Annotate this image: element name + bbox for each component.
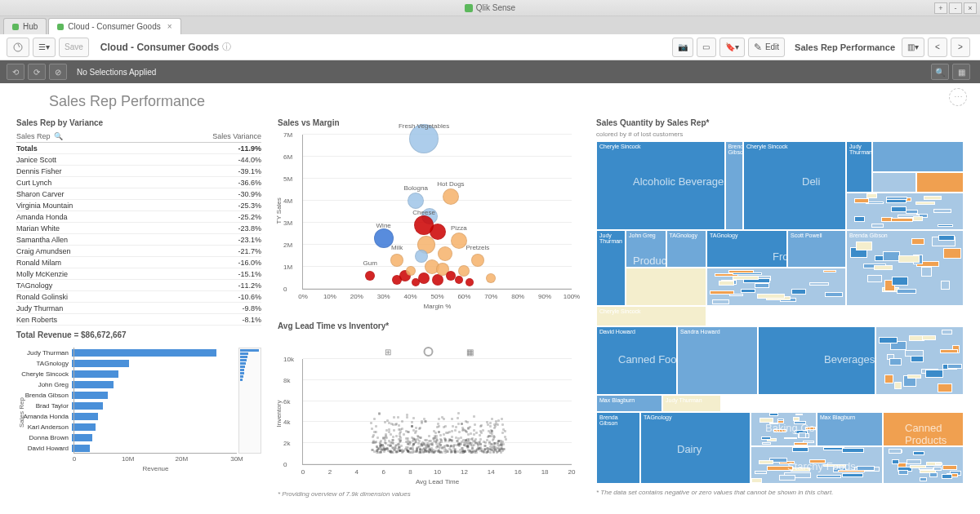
table-row[interactable]: Samantha Allen-23.1% [16,234,261,246]
table-row[interactable]: Amanda Honda-25.2% [16,211,261,223]
slider-knob[interactable] [424,347,434,357]
density-footnote: * Providing overview of 7.9k dimension v… [278,490,580,498]
tab-cloud-consumer-goods[interactable]: Cloud - Consumer Goods× [48,18,180,34]
prev-sheet-button[interactable]: < [928,38,947,57]
sheet-canvas: ⋯ Sales Rep Performance Sales Rep by Var… [0,83,980,514]
search-icon[interactable]: 🔍 [54,132,63,140]
present-button[interactable]: ▭ [697,38,716,57]
window-titlebar: Qlik Sense + - × [0,0,980,16]
table-row[interactable]: Molly McKenzie-15.1% [16,268,261,280]
treemap-subtitle: colored by # of lost customers [596,131,964,138]
grid-icon[interactable]: ⊞ [385,348,391,357]
selection-bar: ⟲ ⟳ ⊘ No Selections Applied 🔍 ▦ [0,60,980,83]
step-forward-button[interactable]: ⟳ [28,64,46,80]
bookmark-button[interactable]: 🔖▾ [719,38,745,57]
close-icon[interactable]: × [167,22,172,31]
table-row[interactable]: Virginia Mountain-25.3% [16,200,261,211]
page-title: Sales Rep Performance [49,93,964,110]
minichart[interactable] [238,348,261,454]
table-row[interactable]: Ronald Milam-16.0% [16,257,261,268]
menu-button[interactable]: ☰▾ [33,38,56,57]
window-close-button[interactable]: × [964,2,977,14]
insights-button[interactable]: ⋯ [949,88,967,106]
window-maximize-button[interactable]: + [934,2,947,14]
variance-table[interactable]: Sales Rep🔍 Sales Variance Totals-11.9% J… [16,131,261,326]
sales-qty-treemap[interactable]: Cheryle SincockAlcoholic BeveragesBrenda… [596,141,964,484]
table-row[interactable]: Ronald Golinski-10.6% [16,291,261,303]
table-row[interactable]: Sharon Carver-30.9% [16,188,261,200]
table-row[interactable]: Curt Lynch-36.6% [16,177,261,188]
table-row[interactable]: Dennis Fisher-39.1% [16,166,261,177]
app-toolbar: ☰▾ Save Cloud - Consumer Goods ⓘ 📷 ▭ 🔖▾ … [0,34,980,60]
info-icon[interactable]: ⓘ [222,41,231,53]
browser-tabbar: Hub Cloud - Consumer Goods× [0,16,980,34]
grid2-icon[interactable]: ▦ [466,348,474,357]
treemap-title: Sales Quantity by Sales Rep* [596,118,964,127]
density-title: Avg Lead Time vs Inventory* [278,321,580,330]
app-title: Qlik Sense [476,3,515,12]
tab-hub[interactable]: Hub [3,18,47,34]
table-row[interactable]: Judy Thurman-9.8% [16,303,261,314]
variance-table-title: Sales Rep by Variance [16,118,261,127]
search-button[interactable]: 🔍 [931,64,949,80]
sheet-name[interactable]: Sales Rep Performance [795,42,895,52]
app-breadcrumb: Cloud - Consumer Goods [100,42,219,53]
revenue-bar-chart[interactable]: Sales Rep Judy ThurmanTAGnologyCheryle S… [16,348,261,470]
leadtime-inventory-chart[interactable]: ⊞▦ Avg Lead Time 02k4k6k8k10k02468101214… [278,347,580,485]
table-row[interactable]: Janice Scott-44.0% [16,154,261,166]
edit-button[interactable]: ✎Edit [748,38,785,57]
table-row[interactable]: Marian White-23.8% [16,223,261,234]
total-revenue-label: Total Revenue = $86,672,667 [16,330,261,339]
selections-tool-button[interactable]: ▦ [952,64,970,80]
snapshot-button[interactable]: 📷 [672,38,693,57]
table-row[interactable]: TAGnology-11.2% [16,280,261,291]
treemap-footnote: * The data set contains negative or zero… [596,489,964,496]
app-icon [465,4,473,12]
pencil-icon: ✎ [754,42,762,53]
step-back-button[interactable]: ⟲ [7,64,24,80]
save-button[interactable]: Save [59,38,89,57]
global-nav-button[interactable] [7,38,29,57]
window-minimize-button[interactable]: - [949,2,962,14]
selection-status: No Selections Applied [77,68,156,77]
table-row[interactable]: Craig Amundsen-21.7% [16,246,261,257]
sales-margin-scatter[interactable]: Margin % 01M2M3M4M5M6M7M0%10%20%30%40%50… [278,131,580,310]
clear-selections-button[interactable]: ⊘ [49,64,67,80]
sheet-list-button[interactable]: ▥▾ [902,38,924,57]
next-sheet-button[interactable]: > [951,38,970,57]
table-row[interactable]: Ken Roberts-8.1% [16,314,261,326]
